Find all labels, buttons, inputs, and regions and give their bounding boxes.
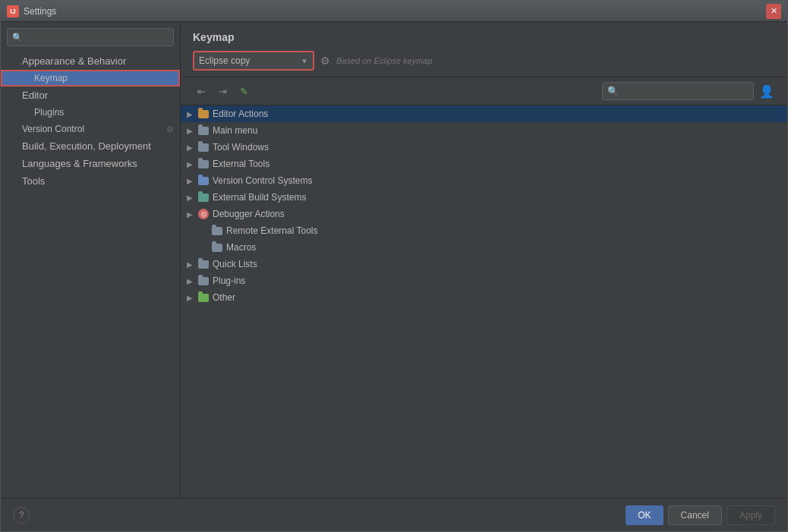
tree-item-plug-ins[interactable]: Plug-ins <box>181 272 787 289</box>
sidebar-item-label: Build, Execution, Deployment <box>22 140 151 152</box>
sidebar-search-input[interactable] <box>26 32 169 42</box>
folder-icon <box>197 275 210 287</box>
ok-button[interactable]: OK <box>626 505 663 525</box>
folder-icon <box>197 108 210 120</box>
folder-icon <box>197 158 210 170</box>
keymap-search-input[interactable] <box>622 86 749 96</box>
tree-item-label: Remote External Tools <box>226 225 318 236</box>
keymap-toolbar: ⇤ ⇥ ✎ 🔍 👤 <box>181 77 787 105</box>
keymap-gear-icon[interactable]: ⚙ <box>320 55 330 67</box>
sidebar-item-plugins[interactable]: Plugins <box>1 104 180 121</box>
keymap-selector-row: Eclipse copy ▼ ⚙ Based on Eclipse keymap <box>193 51 775 71</box>
user-icon[interactable]: 👤 <box>758 83 775 99</box>
sidebar-item-label: Version Control <box>22 124 84 134</box>
sidebar-item-editor[interactable]: Editor <box>1 87 180 104</box>
settings-window: IJ Settings ✕ 🔍 Appearance & Behavior Ke… <box>0 0 788 532</box>
tree-item-external-tools[interactable]: External Tools <box>181 156 787 172</box>
tree-arrow-icon <box>187 210 197 219</box>
sidebar-item-label: Appearance & Behavior <box>22 55 126 67</box>
folder-icon <box>197 291 210 304</box>
folder-icon <box>197 175 210 187</box>
window-title: Settings <box>24 6 766 17</box>
collapse-all-button[interactable]: ⇤ <box>193 83 210 99</box>
collapse-icon: ⇤ <box>197 86 206 97</box>
tree-arrow-icon <box>187 160 197 168</box>
tree-item-label: Main menu <box>213 125 257 136</box>
expand-all-button[interactable]: ⇥ <box>214 83 231 99</box>
tree-arrow-icon <box>187 127 197 135</box>
sidebar-item-version-control[interactable]: Version Control ⚙ <box>1 121 180 137</box>
dropdown-arrow-icon: ▼ <box>301 57 308 65</box>
sidebar-item-label: Tools <box>22 175 45 187</box>
tree-item-macros[interactable]: Macros <box>181 239 787 256</box>
tree-item-label: Plug-ins <box>213 275 245 286</box>
bottom-bar: ? OK Cancel Apply <box>1 498 787 531</box>
edit-icon: ✎ <box>240 86 248 97</box>
app-icon: IJ <box>7 5 19 17</box>
expand-icon: ⇥ <box>219 86 227 97</box>
tree-arrow-icon <box>187 194 197 202</box>
debugger-icon <box>197 208 210 220</box>
tree-item-label: Editor Actions <box>213 109 268 119</box>
folder-icon <box>211 241 223 253</box>
keymap-tree: Editor Actions Main menu Tool Wind <box>181 105 787 498</box>
panel-title: Keymap <box>193 31 775 43</box>
folder-icon <box>197 191 210 203</box>
tree-item-label: External Build Systems <box>213 192 306 203</box>
tree-arrow-icon <box>187 177 197 185</box>
sidebar-item-keymap[interactable]: Keymap <box>1 70 180 87</box>
keymap-search-box[interactable]: 🔍 <box>602 82 754 100</box>
tree-arrow-icon <box>187 260 197 269</box>
sidebar-nav: Appearance & Behavior Keymap Editor Plug… <box>1 52 180 498</box>
tree-item-external-build[interactable]: External Build Systems <box>181 189 787 206</box>
search-icon: 🔍 <box>607 86 619 96</box>
vcs-settings-icon: ⚙ <box>166 124 174 134</box>
folder-icon <box>197 141 210 153</box>
sidebar-item-tools[interactable]: Tools <box>1 172 180 190</box>
edit-button[interactable]: ✎ <box>235 83 252 99</box>
title-bar: IJ Settings ✕ <box>1 1 787 22</box>
folder-icon <box>197 258 210 270</box>
help-button[interactable]: ? <box>13 507 30 524</box>
tree-item-label: External Tools <box>213 159 269 169</box>
sidebar: 🔍 Appearance & Behavior Keymap Editor <box>1 22 181 498</box>
sidebar-item-build[interactable]: Build, Execution, Deployment <box>1 137 180 155</box>
tree-item-label: Version Control Systems <box>213 175 312 186</box>
tree-item-tool-windows[interactable]: Tool Windows <box>181 139 787 156</box>
sidebar-item-label: Keymap <box>34 73 68 83</box>
cancel-button[interactable]: Cancel <box>668 505 722 525</box>
tree-item-label: Tool Windows <box>213 142 269 153</box>
panel-header: Keymap Eclipse copy ▼ ⚙ Based on Eclipse… <box>181 22 787 77</box>
tree-item-label: Other <box>213 292 235 303</box>
keymap-dropdown[interactable]: Eclipse copy ▼ <box>193 51 314 71</box>
tree-arrow-icon <box>187 277 197 285</box>
right-panel: Keymap Eclipse copy ▼ ⚙ Based on Eclipse… <box>181 22 787 498</box>
based-on-text: Based on Eclipse keymap <box>336 56 433 65</box>
tree-item-label: Quick Lists <box>213 259 257 269</box>
close-button[interactable]: ✕ <box>766 4 781 19</box>
folder-icon <box>197 124 210 137</box>
apply-button[interactable]: Apply <box>727 505 775 525</box>
tree-arrow-icon <box>187 143 197 152</box>
main-content: 🔍 Appearance & Behavior Keymap Editor <box>1 22 787 498</box>
sidebar-search-box[interactable]: 🔍 <box>7 28 174 46</box>
sidebar-item-label: Plugins <box>34 107 64 118</box>
tree-item-label: Macros <box>226 242 256 253</box>
folder-icon <box>211 225 223 237</box>
sidebar-item-label: Languages & Frameworks <box>22 158 137 169</box>
sidebar-item-languages[interactable]: Languages & Frameworks <box>1 155 180 172</box>
tree-item-main-menu[interactable]: Main menu <box>181 122 787 139</box>
search-icon: 🔍 <box>12 33 23 42</box>
sidebar-item-label: Editor <box>22 90 48 101</box>
tree-item-debugger[interactable]: Debugger Actions <box>181 206 787 222</box>
tree-item-quick-lists[interactable]: Quick Lists <box>181 256 787 272</box>
bottom-actions: OK Cancel Apply <box>626 505 775 525</box>
tree-item-label: Debugger Actions <box>213 209 285 219</box>
tree-item-vcs[interactable]: Version Control Systems <box>181 172 787 189</box>
tree-item-editor-actions[interactable]: Editor Actions <box>181 105 787 122</box>
tree-item-other[interactable]: Other <box>181 289 787 306</box>
sidebar-item-appearance[interactable]: Appearance & Behavior <box>1 52 180 70</box>
keymap-selected-value: Eclipse copy <box>199 55 250 66</box>
tree-item-remote-tools[interactable]: Remote External Tools <box>181 222 787 239</box>
tree-arrow-icon <box>187 294 197 302</box>
